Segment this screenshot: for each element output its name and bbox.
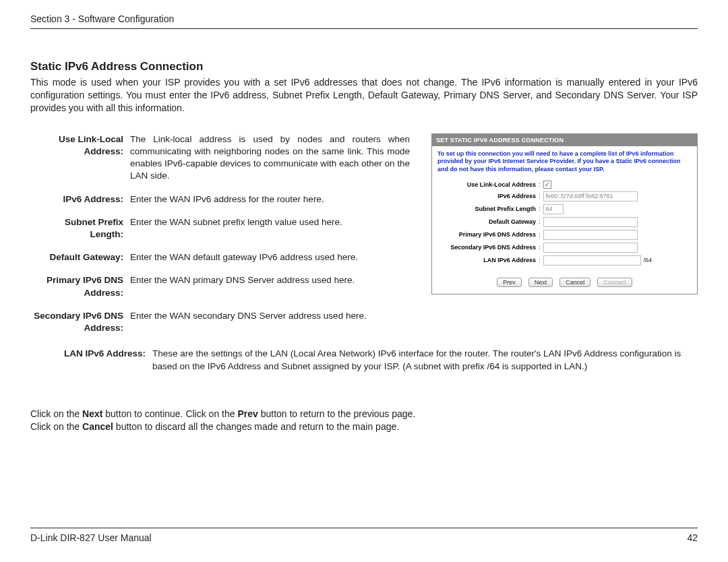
page-title: Static IPv6 Address Connection bbox=[30, 60, 698, 73]
field-label: IPv6 Address bbox=[437, 193, 539, 199]
secondary-dns-input[interactable] bbox=[543, 243, 638, 253]
field-label: Secondary IPv6 DNS Address bbox=[437, 244, 539, 251]
def-desc: Enter the WAN subnet prefix length value… bbox=[130, 216, 410, 251]
def-term: Primary IPv6 DNSAddress: bbox=[30, 274, 130, 309]
field-label: LAN IPv6 Address bbox=[437, 257, 539, 263]
lan-suffix-label: /64 bbox=[644, 257, 653, 263]
section-header: Section 3 - Software Configuration bbox=[30, 13, 698, 29]
page-number: 42 bbox=[687, 532, 698, 543]
def-term: LAN IPv6 Address: bbox=[30, 348, 152, 383]
primary-dns-input[interactable] bbox=[543, 230, 638, 240]
panel-title: SET STATIC IPV6 ADDRESS CONNECTION bbox=[432, 134, 697, 146]
field-label: Primary IPv6 DNS Address bbox=[437, 231, 539, 238]
def-term: Subnet PrefixLength: bbox=[30, 216, 130, 251]
def-term: Default Gateway: bbox=[30, 251, 130, 274]
subnet-prefix-input[interactable]: 64 bbox=[543, 204, 564, 214]
field-label: Default Gateway bbox=[437, 218, 539, 225]
cancel-button[interactable]: Cancel bbox=[559, 278, 590, 287]
ipv6-address-input[interactable]: fe80::f27d:68ff:fe82:8781 bbox=[543, 191, 638, 201]
def-desc: Enter the WAN primary DNS Server address… bbox=[130, 274, 410, 309]
field-label: Subnet Prefix Length bbox=[437, 206, 539, 212]
def-term: Secondary IPv6 DNSAddress: bbox=[30, 310, 130, 345]
def-desc: Enter the WAN secondary DNS Server addre… bbox=[130, 310, 410, 345]
def-desc: These are the settings of the LAN (Local… bbox=[152, 348, 698, 383]
definitions-block: Use Link-LocalAddress: The Link-local ad… bbox=[30, 133, 410, 346]
prev-button[interactable]: Prev bbox=[497, 278, 522, 287]
connect-button[interactable]: Connect bbox=[597, 278, 632, 287]
instruction-paragraph: Click on the Next button to continue. Cl… bbox=[30, 408, 698, 434]
next-button[interactable]: Next bbox=[528, 278, 553, 287]
intro-paragraph: This mode is used when your ISP provides… bbox=[30, 76, 698, 115]
embedded-screenshot: SET STATIC IPV6 ADDRESS CONNECTION To se… bbox=[431, 133, 698, 294]
def-term: IPv6 Address: bbox=[30, 193, 130, 216]
default-gateway-input[interactable] bbox=[543, 217, 638, 227]
use-link-local-checkbox[interactable]: ✓ bbox=[543, 181, 551, 189]
footer-left: D-Link DIR-827 User Manual bbox=[30, 532, 152, 543]
lan-ipv6-input[interactable] bbox=[543, 255, 641, 266]
def-desc: The Link-local address is used by nodes … bbox=[130, 133, 410, 193]
def-desc: Enter the WAN default gateway IPv6 addre… bbox=[130, 251, 410, 274]
field-label: Use Link-Local Address bbox=[437, 181, 539, 188]
def-term: Use Link-LocalAddress: bbox=[30, 133, 130, 193]
def-desc: Enter the WAN IPv6 address for the route… bbox=[130, 193, 410, 216]
panel-note: To set up this connection you will need … bbox=[437, 150, 692, 174]
